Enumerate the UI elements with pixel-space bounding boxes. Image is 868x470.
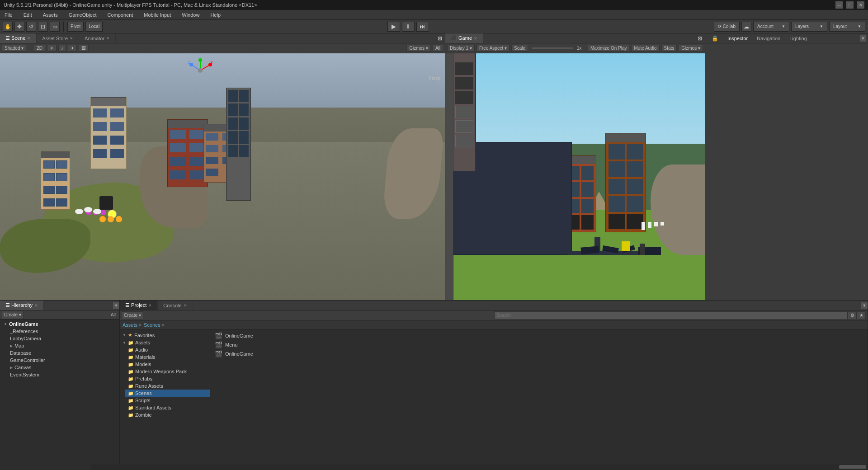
menu-file[interactable]: File (2, 11, 15, 19)
stats-btn[interactable]: Stats (661, 45, 677, 52)
scale-tool-btn[interactable]: ⊡ (38, 22, 48, 32)
gizmos-btn[interactable]: Gizmos ▾ (406, 45, 431, 52)
tab-scene-close[interactable]: ✕ (27, 36, 31, 41)
breadcrumb-assets[interactable]: Assets (123, 322, 137, 328)
menu-assets[interactable]: Assets (40, 11, 61, 19)
tab-console-close[interactable]: ✕ (184, 303, 187, 308)
hierarchy-item-lobby-camera[interactable]: LobbyCamera (6, 335, 119, 342)
file-menu[interactable]: 🎬 Menu (212, 340, 866, 349)
tree-scenes[interactable]: 📁 Scenes (125, 390, 210, 397)
display-dropdown[interactable]: Display 1 ▾ (447, 45, 475, 52)
tree-rune-assets[interactable]: 📁 Rune Assets (125, 382, 210, 390)
pivot-btn[interactable]: Pivot (67, 22, 84, 32)
file-online-game-2[interactable]: 🎬 OnlineGame (212, 349, 866, 358)
hierarchy-item-database[interactable]: Database (6, 349, 119, 357)
project-scrollbar-thumb[interactable] (839, 465, 866, 469)
effects-btn[interactable]: ✦ (68, 45, 77, 52)
search-icon-btn[interactable]: ⚙ (848, 311, 857, 320)
menu-component[interactable]: Component (104, 11, 136, 19)
hierarchy-item-canvas[interactable]: ▶ Canvas (6, 364, 119, 371)
local-btn[interactable]: Local (85, 22, 103, 32)
hierarchy-item-game-controller[interactable]: GameController (6, 357, 119, 364)
all-btn[interactable]: All (433, 45, 443, 52)
layout-dropdown[interactable]: Layout (829, 22, 865, 32)
2d-btn[interactable]: 2D (34, 45, 45, 52)
hierarchy-item-map[interactable]: ▶ Map (6, 342, 119, 349)
close-button[interactable]: ✕ (857, 1, 864, 9)
tab-navigation[interactable]: Navigation (752, 35, 785, 42)
collab-btn[interactable]: ⟳ Collab (714, 22, 740, 32)
move-tool-btn[interactable]: ✥ (14, 22, 24, 32)
play-button[interactable]: ▶ (387, 22, 400, 32)
tab-asset-store[interactable]: Asset Store ✕ (37, 33, 79, 43)
scene-maximize-btn[interactable]: ⊠ (435, 33, 445, 43)
tab-game[interactable]: ⬛ Game ✕ (445, 33, 483, 43)
tree-scripts[interactable]: 📁 Scripts (125, 397, 210, 404)
tab-project-close[interactable]: ✕ (148, 303, 152, 308)
menu-help[interactable]: Help (208, 11, 223, 19)
tree-standard-assets[interactable]: 📁 Standard Assets (125, 404, 210, 411)
maximize-button[interactable]: □ (846, 1, 854, 9)
file-online-game[interactable]: 🎬 OnlineGame (212, 331, 866, 340)
lock-icon[interactable]: 🔒 (707, 34, 723, 42)
tab-console[interactable]: Console ✕ (158, 301, 193, 310)
breadcrumb-scenes[interactable]: Scenes (144, 322, 160, 328)
tab-hierarchy-close[interactable]: ✕ (34, 303, 38, 308)
scale-slider[interactable] (532, 47, 573, 49)
layers-dropdown[interactable]: Layers (791, 22, 827, 32)
game-gizmos-btn[interactable]: Gizmos ▾ (679, 45, 703, 52)
cloud-btn[interactable]: ☁ (741, 22, 751, 32)
inspector-collapse-btn[interactable]: ▼ (860, 35, 866, 42)
tree-audio[interactable]: 📁 Audio (125, 346, 210, 353)
hierarchy-item-event-system[interactable]: EventSystem (6, 371, 119, 378)
audio-btn[interactable]: ♪ (58, 45, 66, 52)
tab-animator[interactable]: Animator ✕ (79, 33, 116, 43)
maximize-on-play-btn[interactable]: Maximize On Play (588, 45, 630, 52)
menu-mobile-input[interactable]: Mobile Input (141, 11, 174, 19)
tab-animator-close[interactable]: ✕ (106, 36, 110, 41)
aspect-dropdown[interactable]: Free Aspect ▾ (476, 45, 509, 52)
tab-project[interactable]: ☰ Project ✕ (120, 301, 158, 310)
image-btn[interactable]: 🖼 (79, 45, 89, 52)
hierarchy-collapse-btn[interactable]: ▼ (113, 302, 119, 309)
project-collapse-btn[interactable]: ▼ (861, 302, 868, 309)
tab-scene[interactable]: ☰ Scene ✕ (0, 33, 37, 43)
project-scrollbar[interactable] (210, 464, 868, 470)
rotate-tool-btn[interactable]: ↺ (26, 22, 36, 32)
game-viewport[interactable] (445, 53, 705, 300)
mute-audio-btn[interactable]: Mute Audio (631, 45, 659, 52)
menu-window[interactable]: Window (179, 11, 202, 19)
tab-asset-store-close[interactable]: ✕ (70, 36, 73, 41)
project-filter-btn[interactable]: ★ (857, 311, 866, 320)
menu-edit[interactable]: Edit (21, 11, 35, 19)
favorites-header[interactable]: ▼ ★ Favorites (120, 331, 210, 339)
assets-root[interactable]: ▼ 📁 Assets (120, 339, 210, 346)
lighting-btn[interactable]: ☀ (47, 45, 57, 52)
minimize-button[interactable]: — (835, 1, 843, 9)
game-maximize-btn[interactable]: ⊠ (695, 33, 705, 43)
hierarchy-content[interactable]: ▼ OnlineGame _References LobbyCamera ▶ M… (0, 320, 119, 470)
step-button[interactable]: ⏭ (416, 22, 429, 32)
pause-button[interactable]: ⏸ (402, 22, 415, 32)
account-dropdown[interactable]: Account (753, 22, 789, 32)
tree-prefabs[interactable]: 📁 Prefabs (125, 375, 210, 382)
scene-area: ☰ Scene ✕ Asset Store ✕ Animator ✕ ⊠ Sha… (0, 33, 445, 300)
hierarchy-item-online-game[interactable]: ▼ OnlineGame (0, 320, 119, 328)
hand-tool-btn[interactable]: ✋ (3, 22, 13, 32)
project-search-input[interactable] (494, 311, 848, 320)
tree-modern-weapons[interactable]: 📁 Modern Weapons Pack (125, 368, 210, 375)
hierarchy-create-btn[interactable]: Create ▾ (2, 311, 24, 319)
tab-hierarchy[interactable]: ☰ Hierarchy ✕ (0, 301, 44, 310)
project-create-btn[interactable]: Create ▾ (122, 311, 143, 320)
menu-gameobject[interactable]: GameObject (66, 11, 99, 19)
tree-models[interactable]: 📁 Models (125, 361, 210, 368)
shaded-dropdown[interactable]: Shaded ▾ (2, 45, 26, 52)
rect-tool-btn[interactable]: ▭ (50, 22, 60, 32)
tab-lighting[interactable]: Lighting (785, 35, 811, 42)
tree-materials[interactable]: 📁 Materials (125, 353, 210, 361)
tab-game-close[interactable]: ✕ (474, 36, 477, 41)
scene-viewport[interactable]: X Y Z Persp (0, 53, 445, 300)
hierarchy-item-references[interactable]: _References (6, 328, 119, 335)
tree-zombie[interactable]: 📁 Zombie (125, 411, 210, 418)
tab-inspector[interactable]: Inspector (723, 35, 752, 42)
